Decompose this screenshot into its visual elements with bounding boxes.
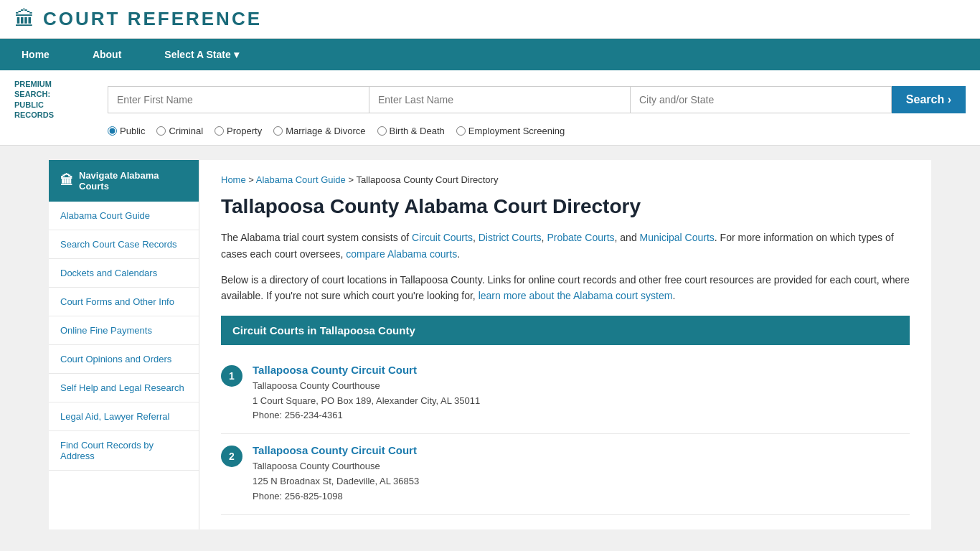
search-button[interactable]: Search ›: [892, 86, 966, 113]
radio-property[interactable]: Property: [215, 126, 262, 136]
main-content: Home > Alabama Court Guide > Tallapoosa …: [199, 160, 931, 529]
sidebar-header: 🏛 Navigate Alabama Courts: [49, 160, 199, 202]
radio-birth-death[interactable]: Birth & Death: [377, 126, 445, 136]
sidebar-item-court-guide[interactable]: Alabama Court Guide: [49, 202, 199, 230]
sidebar-item-opinions[interactable]: Court Opinions and Orders: [49, 345, 199, 374]
last-name-input[interactable]: [369, 86, 630, 113]
court-building-1: Tallapoosa County Courthouse: [253, 379, 910, 394]
main-nav: Home About Select A State ▾: [0, 39, 980, 70]
first-name-input[interactable]: [108, 86, 369, 113]
sidebar-item-find-records[interactable]: Find Court Records by Address: [49, 431, 199, 471]
link-municipal-courts[interactable]: Municipal Courts: [640, 232, 715, 243]
courthouse-icon: 🏛: [60, 174, 73, 189]
court-number-1: 1: [221, 365, 242, 387]
court-info-2: Tallapoosa County Circuit Court Tallapoo…: [253, 444, 910, 504]
breadcrumb: Home > Alabama Court Guide > Tallapoosa …: [221, 174, 910, 185]
link-probate-courts[interactable]: Probate Courts: [547, 232, 614, 243]
link-district-courts[interactable]: District Courts: [479, 232, 542, 243]
sidebar-header-text: Navigate Alabama Courts: [79, 170, 187, 192]
nav-home[interactable]: Home: [0, 39, 71, 70]
nav-select-state[interactable]: Select A State ▾: [143, 39, 260, 70]
logo-icon: 🏛: [14, 7, 34, 31]
premium-label: PREMIUM SEARCH: PUBLIC RECORDS: [14, 79, 108, 120]
court-phone-2: Phone: 256-825-1098: [253, 489, 910, 504]
court-address-1: 1 Court Square, PO Box 189, Alexander Ci…: [253, 394, 910, 409]
sidebar: 🏛 Navigate Alabama Courts Alabama Court …: [49, 160, 199, 529]
link-circuit-courts[interactable]: Circuit Courts: [412, 232, 473, 243]
court-number-2: 2: [221, 446, 242, 467]
sidebar-item-court-forms[interactable]: Court Forms and Other Info: [49, 288, 199, 316]
sidebar-item-case-records[interactable]: Search Court Case Records: [49, 230, 199, 259]
sidebar-item-fine-payments[interactable]: Online Fine Payments: [49, 316, 199, 345]
main-container: 🏛 Navigate Alabama Courts Alabama Court …: [49, 160, 931, 529]
breadcrumb-guide[interactable]: Alabama Court Guide: [256, 174, 346, 185]
radio-marriage-divorce[interactable]: Marriage & Divorce: [273, 126, 365, 136]
breadcrumb-home[interactable]: Home: [221, 174, 246, 185]
court-entry-2: 2 Tallapoosa County Circuit Court Tallap…: [221, 434, 910, 514]
link-compare-courts[interactable]: compare Alabama courts: [346, 248, 457, 260]
intro-paragraph-2: Below is a directory of court locations …: [221, 272, 910, 304]
radio-public[interactable]: Public: [108, 126, 145, 136]
court-name-2[interactable]: Tallapoosa County Circuit Court: [253, 444, 910, 456]
section-header-circuit: Circuit Courts in Tallapoosa County: [221, 316, 910, 345]
intro-paragraph-1: The Alabama trial court system consists …: [221, 230, 910, 262]
court-address-2: 125 N Broadnax St, Dadeville, AL 36853: [253, 474, 910, 489]
nav-about[interactable]: About: [71, 39, 143, 70]
court-name-1[interactable]: Tallapoosa County Circuit Court: [253, 364, 910, 376]
radio-employment[interactable]: Employment Screening: [456, 126, 565, 136]
sidebar-item-self-help[interactable]: Self Help and Legal Research: [49, 374, 199, 402]
court-info-1: Tallapoosa County Circuit Court Tallapoo…: [253, 364, 910, 423]
sidebar-item-dockets[interactable]: Dockets and Calendars: [49, 259, 199, 288]
sidebar-item-legal-aid[interactable]: Legal Aid, Lawyer Referral: [49, 402, 199, 431]
link-learn-more[interactable]: learn more about the Alabama court syste…: [479, 290, 673, 301]
city-state-input[interactable]: [630, 86, 892, 113]
court-building-2: Tallapoosa County Courthouse: [253, 459, 910, 474]
court-entry-1: 1 Tallapoosa County Circuit Court Tallap…: [221, 354, 910, 434]
breadcrumb-current: Tallapoosa County Court Directory: [356, 174, 498, 185]
page-title: Tallapoosa County Alabama Court Director…: [221, 195, 910, 218]
search-radio-group: Public Criminal Property Marriage & Divo…: [108, 126, 966, 136]
court-phone-1: Phone: 256-234-4361: [253, 408, 910, 423]
radio-criminal[interactable]: Criminal: [156, 126, 203, 136]
logo-text: COURT REFERENCE: [43, 8, 262, 30]
search-bar: PREMIUM SEARCH: PUBLIC RECORDS Search › …: [0, 70, 980, 146]
site-header: 🏛 COURT REFERENCE: [0, 0, 980, 39]
